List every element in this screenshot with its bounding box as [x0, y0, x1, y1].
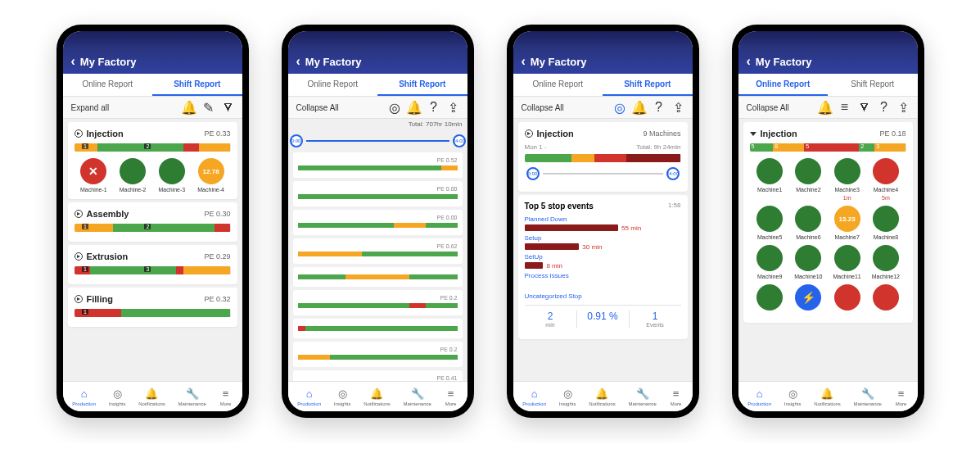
stop-event[interactable]: Process Issues	[525, 272, 681, 288]
nav-more[interactable]: ≡More	[219, 387, 233, 406]
machine-item[interactable]: Machine12	[869, 245, 902, 279]
nav-production[interactable]: ⌂Production	[747, 387, 771, 406]
stop-event[interactable]: SetUp8 min	[525, 253, 681, 269]
machine-item[interactable]: 12.78Machine-4	[197, 158, 224, 193]
nav-production[interactable]: ⌂Production	[72, 387, 96, 406]
machine-item[interactable]: Machine10	[792, 245, 825, 279]
timeline-row[interactable]: PE 0.00	[293, 181, 463, 206]
machine-item[interactable]: Machine6	[792, 206, 825, 240]
filter-icon[interactable]: ⛛	[859, 102, 870, 113]
collapse-toggle[interactable]: Collapse All	[296, 103, 339, 112]
stop-event[interactable]: Setup30 min	[525, 234, 681, 250]
play-icon[interactable]	[75, 295, 83, 303]
nav-more[interactable]: ≡More	[670, 387, 683, 406]
back-icon[interactable]: ‹	[747, 54, 751, 69]
time-slider[interactable]: 0:00 24:00	[526, 167, 680, 180]
machine-item[interactable]: Machine-3	[159, 158, 186, 193]
category-card[interactable]: InjectionPE 0.3312Machine-1Machine-2Mach…	[68, 122, 237, 199]
timeline-row[interactable]: PE 0.41	[293, 370, 463, 381]
tab-shift[interactable]: Shift Report	[152, 74, 242, 96]
collapse-toggle[interactable]: Collapse All	[747, 103, 789, 112]
machine-item[interactable]: Machine-2	[120, 158, 147, 193]
machine-item[interactable]	[869, 284, 902, 313]
nav-notifications[interactable]: 🔔Notifications	[589, 387, 616, 406]
nav-insights[interactable]: ◎Insights	[784, 387, 802, 406]
category-card[interactable]: FillingPE 0.321	[68, 288, 237, 327]
timeline-row[interactable]: PE 0.2	[293, 290, 463, 315]
stop-event[interactable]: Planned Down55 min	[525, 215, 681, 231]
machine-item[interactable]: Machine1	[753, 158, 787, 201]
play-icon[interactable]	[75, 129, 83, 138]
share-icon[interactable]: ⇪	[448, 102, 459, 113]
machine-item[interactable]	[830, 284, 864, 313]
machine-item[interactable]	[792, 284, 825, 313]
category-card[interactable]: ExtrusionPE 0.2913	[68, 245, 237, 284]
nav-maintenance[interactable]: 🔧Maintenance	[629, 387, 657, 406]
machine-item[interactable]: Machine9	[753, 245, 787, 279]
nav-notifications[interactable]: 🔔Notifications	[364, 387, 391, 406]
target-icon[interactable]: ◎	[614, 102, 625, 113]
nav-maintenance[interactable]: 🔧Maintenance	[854, 387, 882, 406]
nav-production[interactable]: ⌂Production	[297, 387, 321, 406]
nav-maintenance[interactable]: 🔧Maintenance	[178, 387, 206, 406]
machine-item[interactable]: Machine5	[753, 206, 787, 240]
machine-item[interactable]	[753, 284, 787, 313]
nav-more[interactable]: ≡More	[895, 387, 908, 406]
tab-online[interactable]: Online Report	[288, 74, 378, 96]
category-card[interactable]: AssemblyPE 0.3012	[68, 202, 237, 242]
back-icon[interactable]: ‹	[522, 54, 526, 69]
bell-icon[interactable]: 🔔	[820, 102, 831, 113]
nav-insights[interactable]: ◎Insights	[559, 387, 576, 406]
help-icon[interactable]: ?	[428, 102, 440, 113]
play-icon[interactable]	[75, 252, 83, 261]
help-icon[interactable]: ?	[878, 102, 890, 113]
nav-production[interactable]: ⌂Production	[522, 387, 546, 406]
bell-icon[interactable]: 🔔	[409, 102, 420, 113]
nav-insights[interactable]: ◎Insights	[334, 387, 351, 406]
timeline-row[interactable]	[293, 267, 463, 287]
back-icon[interactable]: ‹	[71, 54, 75, 69]
tab-online[interactable]: Online Report	[63, 74, 153, 96]
timeline-row[interactable]: PE 0.62	[293, 238, 463, 264]
machine-item[interactable]: Machine8	[869, 206, 902, 240]
chevron-down-icon[interactable]	[750, 132, 756, 136]
tab-shift[interactable]: Shift Report	[377, 74, 467, 96]
time-slider[interactable]: 0:00 24:00	[290, 134, 466, 147]
filter-icon[interactable]: ⛛	[223, 102, 234, 113]
machine-item[interactable]: Machine31m	[830, 158, 864, 201]
bell-icon[interactable]: 🔔	[183, 102, 195, 113]
timeline-row[interactable]	[293, 319, 463, 338]
edit-icon[interactable]: ✎	[203, 102, 215, 113]
timeline-row[interactable]: PE 0.52	[293, 152, 463, 178]
machine-item[interactable]: Machine45m	[869, 158, 902, 201]
machine-item[interactable]: Machine-1	[80, 158, 107, 193]
slider-end[interactable]: 24:00	[453, 134, 466, 147]
nav-maintenance[interactable]: 🔧Maintenance	[404, 387, 431, 406]
timeline-row[interactable]: PE 0.2	[293, 342, 463, 367]
machine-item[interactable]: Machine11	[830, 245, 864, 279]
help-icon[interactable]: ?	[653, 102, 665, 113]
bell-icon[interactable]: 🔔	[634, 102, 645, 113]
machine-item[interactable]: 13.23Machine7	[830, 206, 864, 240]
share-icon[interactable]: ⇪	[898, 102, 910, 113]
collapse-toggle[interactable]: Collapse All	[522, 103, 564, 112]
tab-online[interactable]: Online Report	[738, 74, 829, 96]
timeline-row[interactable]: PE 0.00	[293, 210, 463, 235]
sort-icon[interactable]: ≡	[839, 102, 851, 113]
play-icon[interactable]	[75, 210, 83, 218]
nav-insights[interactable]: ◎Insights	[109, 387, 126, 406]
target-icon[interactable]: ◎	[389, 102, 400, 113]
tab-online[interactable]: Online Report	[513, 74, 603, 96]
play-icon[interactable]	[525, 129, 533, 138]
nav-notifications[interactable]: 🔔Notifications	[814, 387, 841, 406]
share-icon[interactable]: ⇪	[673, 102, 684, 113]
nav-notifications[interactable]: 🔔Notifications	[138, 387, 165, 406]
machine-item[interactable]: Machine2	[792, 158, 825, 201]
expand-toggle[interactable]: Expand all	[71, 103, 110, 112]
slider-start[interactable]: 0:00	[290, 134, 303, 147]
tab-shift[interactable]: Shift Report	[603, 74, 693, 96]
tab-shift[interactable]: Shift Report	[828, 74, 918, 96]
nav-more[interactable]: ≡More	[445, 387, 458, 406]
back-icon[interactable]: ‹	[296, 54, 300, 69]
uncategorized[interactable]: Uncategorized Stop	[525, 292, 681, 300]
